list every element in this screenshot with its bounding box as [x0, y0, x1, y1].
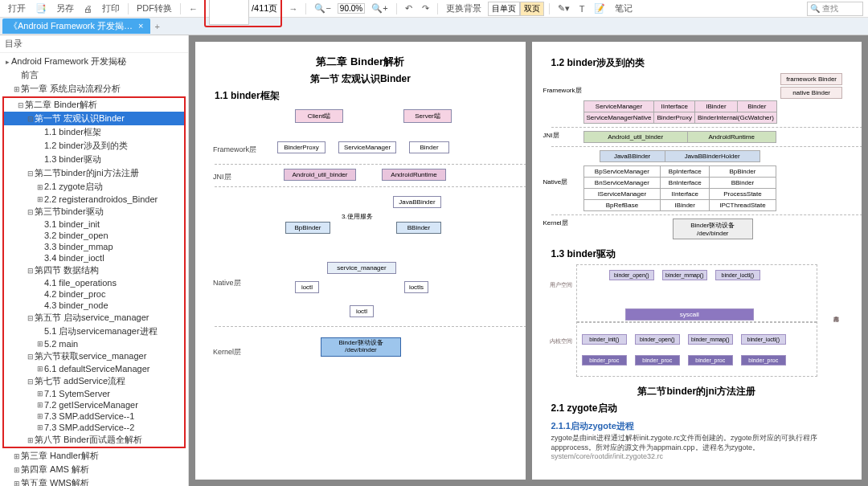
note-icon[interactable]: 📝: [591, 2, 608, 14]
view-mode: 目单页 双页: [488, 2, 544, 16]
toc-sec3[interactable]: ⊟第三节binder驱动: [4, 205, 184, 218]
toc-ch2[interactable]: ⊟第二章 Binder解析: [4, 98, 184, 112]
legend-nat: native Binder: [780, 87, 842, 99]
box-driver2: Binder驱动设备 /dev/binder: [673, 218, 753, 239]
toc-preface[interactable]: 前言: [0, 68, 188, 82]
bg-btn[interactable]: 更换背景: [443, 2, 485, 15]
toc-sec2[interactable]: ⊟第二节binder的jni方法注册: [4, 166, 184, 180]
section-title: 第一节 宏观认识Binder: [215, 72, 506, 86]
toc-4-1[interactable]: 4.1 file_operations: [4, 277, 184, 288]
toc-1-2[interactable]: 1.2 binder涉及到的类: [4, 139, 184, 153]
mode-single[interactable]: 目单页: [488, 2, 520, 16]
save-icon[interactable]: 📑: [32, 2, 50, 14]
toc-5-2[interactable]: ⊞5.2 main: [4, 338, 184, 349]
toc-sec4[interactable]: ⊟第四节 数据结构: [4, 263, 184, 277]
toc-4-3[interactable]: 4.3 binder_node: [4, 300, 184, 311]
toc-2-2[interactable]: ⊞2.2 registerandroidos_Binder: [4, 194, 184, 205]
lane-fw: Framework层: [543, 86, 582, 95]
box-bbinder: BBinder: [396, 222, 441, 234]
toc-sec7[interactable]: ⊟第七节 addService流程: [4, 374, 184, 388]
saveas-btn[interactable]: 另存: [53, 2, 77, 15]
toolbar: 打开 📑 另存 🖨 打印 PDF转换 ← /411页 → 🔍− 90.0% 🔍+…: [0, 0, 868, 18]
rotate-right-icon[interactable]: ↷: [419, 2, 432, 14]
toc-6-1[interactable]: ⊞6.1 defaultServiceManager: [4, 363, 184, 374]
zoom-out-icon[interactable]: 🔍−: [311, 2, 334, 14]
h-1-3: 1.3 binder驱动: [551, 247, 843, 261]
label-use-service: 3.使用服务: [342, 212, 373, 221]
box-binderproxy: BinderProxy: [277, 141, 326, 153]
legend: framework Binder native Binder: [780, 73, 842, 100]
next-page-icon[interactable]: →: [285, 3, 301, 14]
section-2-title: 第二节binder的jni方法注册: [551, 385, 843, 398]
toc-sec5[interactable]: ⊟第五节 启动service_manager: [4, 311, 184, 325]
close-tab-icon[interactable]: ×: [138, 21, 143, 31]
toc-root[interactable]: ▸Android Framework 开发揭秘: [0, 55, 188, 68]
toc-7-3b[interactable]: ⊞7.3 SMP.addService--2: [4, 422, 184, 433]
toc-highlight-box: ⊟第二章 Binder解析 ⊟第一节 宏观认识Binder 1.1 binder…: [2, 96, 186, 448]
page-left: 第二章 Binder解析 第一节 宏观认识Binder 1.1 binder框架…: [195, 42, 526, 480]
diagram-1-2: framework Binder native Binder Framework…: [583, 73, 843, 239]
toc-1-1[interactable]: 1.1 binder框架: [4, 125, 184, 139]
h-1-2: 1.2 binder涉及到的类: [551, 56, 843, 70]
box-ioctls: ioctls: [404, 281, 428, 293]
sidebar: 目录 ▸Android Framework 开发揭秘 前言 ⊞第一章 系统启动流…: [0, 35, 189, 486]
tab-title: 《Android Framework 开发揭…: [9, 21, 133, 31]
toc-3-3[interactable]: 3.3 binder_mmap: [4, 241, 184, 252]
box-svc-manager: service_manager: [327, 262, 396, 274]
zoom-level[interactable]: 90.0%: [338, 3, 365, 14]
page-group: /411页: [204, 0, 282, 27]
h-1-1: 1.1 binder框架: [215, 89, 506, 103]
toc-2-1[interactable]: ⊞2.1 zygote启动: [4, 180, 184, 194]
toc-sec1[interactable]: ⊟第一节 宏观认识Binder: [4, 112, 184, 125]
zoom-in-icon[interactable]: 🔍+: [368, 2, 391, 14]
print-btn[interactable]: 打印: [99, 2, 123, 15]
search-input[interactable]: 🔍 查找: [807, 2, 863, 16]
toc-title: 目录: [0, 35, 188, 53]
export-icon[interactable]: 🖨: [80, 3, 96, 14]
box-autil: Android_util_binder: [284, 169, 356, 181]
toc-ch5[interactable]: ⊞第五章 WMS解析: [0, 476, 188, 486]
new-tab-icon[interactable]: +: [155, 22, 160, 31]
highlight-icon[interactable]: ✎▾: [555, 2, 573, 14]
box-sm: ServiceManager: [338, 141, 396, 153]
toc-sec6[interactable]: ⊟第六节获取service_manager: [4, 349, 184, 363]
toc-1-3[interactable]: 1.3 binder驱动: [4, 153, 184, 166]
box-ioctl: ioctl: [295, 281, 319, 293]
lane-jni2: JNI层: [543, 131, 559, 140]
lane-nat2: Native层: [543, 178, 568, 186]
box-driver: Binder驱动设备 /dev/binder: [321, 337, 401, 357]
note-btn[interactable]: 笔记: [612, 2, 636, 15]
box-binder: Binder: [409, 141, 449, 153]
toc-ch4[interactable]: ⊞第四章 AMS 解析: [0, 463, 188, 476]
lane-kernel: Kernel层: [213, 347, 241, 357]
toc-7-3a[interactable]: ⊞7.3 SMP.addService--1: [4, 410, 184, 422]
lane-ker2: Kernel层: [543, 218, 568, 227]
box-client: Client端: [295, 109, 343, 123]
code-path: system/core/rootdir/init.zygote32.rc: [551, 452, 843, 462]
tabbar: 《Android Framework 开发揭… × +: [0, 18, 868, 35]
page-input[interactable]: [209, 0, 249, 25]
toc-3-1[interactable]: 3.1 binder_init: [4, 218, 184, 230]
toc-tree: ▸Android Framework 开发揭秘 前言 ⊞第一章 系统启动流程分析…: [0, 53, 188, 486]
doc-tab[interactable]: 《Android Framework 开发揭… ×: [2, 18, 150, 34]
toc-4-2[interactable]: 4.2 binder_proc: [4, 288, 184, 300]
toc-sec8[interactable]: ⊞第八节 Binder面试题全解析: [4, 433, 184, 447]
lane-native: Native层: [213, 278, 241, 288]
toc-7-2[interactable]: ⊞7.2 getIServiceManager: [4, 399, 184, 410]
toc-3-2[interactable]: 3.2 binder_open: [4, 230, 184, 241]
pdf-convert[interactable]: PDF转换: [133, 2, 175, 15]
h-2-1: 2.1 zygote启动: [551, 402, 843, 415]
toc-5-1[interactable]: 5.1 启动servicemanager进程: [4, 325, 184, 338]
page-right: 1.2 binder涉及到的类 framework Binder native …: [532, 42, 862, 480]
box-aruntime: AndroidRuntime: [382, 169, 446, 181]
mode-double[interactable]: 双页: [520, 2, 544, 16]
toc-7-1[interactable]: ⊞7.1 SytemServer: [4, 388, 184, 399]
toc-ch1[interactable]: ⊞第一章 系统启动流程分析: [0, 82, 188, 96]
toc-3-4[interactable]: 3.4 binder_ioctl: [4, 252, 184, 263]
text-tool-icon[interactable]: T: [576, 3, 588, 14]
diagram-1-3: 用户空间 内核空间 共享内存 binder_open() binder_mmap…: [576, 264, 817, 377]
rotate-left-icon[interactable]: ↶: [402, 2, 416, 14]
toc-ch3[interactable]: ⊞第三章 Handler解析: [0, 449, 188, 463]
prev-page-icon[interactable]: ←: [186, 3, 201, 14]
open-btn[interactable]: 打开: [5, 2, 29, 15]
